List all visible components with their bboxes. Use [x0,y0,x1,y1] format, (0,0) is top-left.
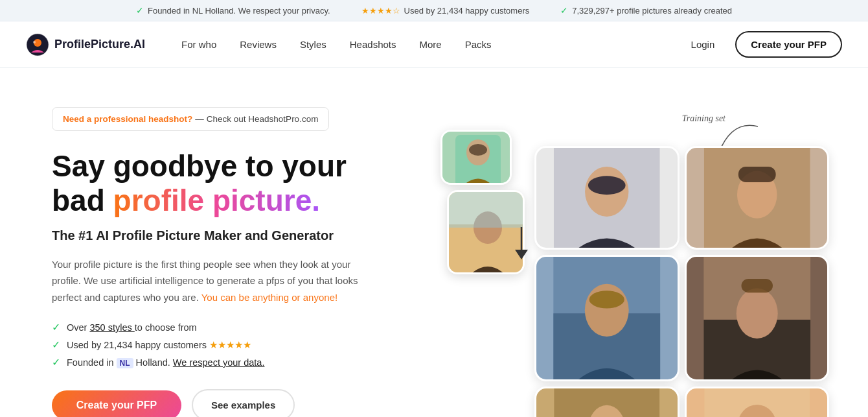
banner-text-1: Founded in NL Holland. We respect your p… [148,6,330,16]
nav-links: For who Reviews Styles Headshots More Pa… [171,34,681,55]
privacy-link[interactable]: We respect your data. [173,357,265,368]
svg-point-7 [469,144,487,156]
headshot-promo-banner: Need a professional headshot? — Check ou… [52,107,329,131]
logo[interactable]: ProfilePicture.AI [26,33,145,56]
feature-customers-text: Used by 21,434 happy customers ★★★★★ [67,340,251,350]
output-photo-5 [534,387,680,417]
cta-primary-button[interactable]: Create your PFP [52,390,181,417]
main-headline: Say goodbye to your bad profile picture. [52,149,402,218]
cta-secondary-button[interactable]: See examples [192,389,295,417]
nav-for-who[interactable]: For who [171,34,227,55]
check-icon-3: ✓ [560,5,568,16]
output-photo-2 [685,146,830,250]
logo-icon [26,33,49,56]
nav-styles[interactable]: Styles [290,34,337,55]
banner-highlight: Need a professional headshot? [63,114,192,124]
banner-item-3: ✓ 7,329,297+ profile pictures already cr… [560,5,732,16]
top-banner: ✓ Founded in NL Holland. We respect your… [0,0,868,21]
check-icon-privacy: ✓ [52,356,60,368]
description-accent: You can be anything or anyone! [201,292,337,303]
feature-privacy: ✓ Founded in NL Holland. We respect your… [52,356,402,368]
training-photo-1 [440,130,512,185]
arrow-down [505,224,538,263]
feature-styles: ✓ Over 350 styles to choose from [52,321,402,333]
output-photo-3 [534,255,680,381]
cta-area: Create your PFP See examples [52,389,402,417]
banner-text-3: 7,329,297+ profile pictures already crea… [572,6,732,16]
banner-dash: — [195,114,204,124]
svg-rect-18 [738,167,775,182]
create-pfp-button[interactable]: Create your PFP [735,31,842,58]
check-icon-styles: ✓ [52,321,60,333]
banner-text-2: Used by 21,434 happy customers [404,6,530,16]
svg-rect-11 [449,192,525,228]
subheadline: The #1 AI Profile Picture Maker and Gene… [52,228,402,243]
output-photos-grid [534,146,829,417]
check-icon-1: ✓ [136,5,144,16]
nav-headshots[interactable]: Headshots [339,34,407,55]
hero-description: Your profile picture is the first thing … [52,256,376,306]
svg-point-22 [589,291,624,308]
navbar: ProfilePicture.AI For who Reviews Styles… [0,21,868,68]
headshot-pro-link[interactable]: Check out HeadshotPro.com [207,114,319,124]
nav-reviews[interactable]: Reviews [229,34,287,55]
headline-line2: bad [52,184,113,217]
nav-actions: Login Create your PFP [681,31,842,58]
svg-point-2 [33,41,36,43]
svg-rect-26 [741,279,772,292]
nl-flag: NL [117,358,133,368]
main-content: Need a professional headshot? — Check ou… [0,68,868,417]
nav-more[interactable]: More [409,34,452,55]
rating-stars: ★★★★★ [209,340,251,350]
svg-marker-12 [515,250,528,259]
output-photo-4 [685,255,830,381]
stars-icon: ★★★★☆ [361,6,400,16]
feature-customers: ✓ Used by 21,434 happy customers ★★★★★ [52,339,402,351]
image-collage: Training set [440,94,829,417]
output-photo-1 [534,146,680,250]
headline-line1: Say goodbye to your [52,149,347,183]
feature-privacy-text: Founded in NL Holland. We respect your d… [67,357,264,368]
banner-item-2: ★★★★☆ Used by 21,434 happy customers [361,6,530,16]
login-button[interactable]: Login [681,34,725,55]
logo-text: ProfilePicture.AI [54,38,145,51]
output-photo-6 [685,387,830,417]
svg-point-25 [736,288,777,339]
headline-gradient: profile picture. [113,184,320,217]
banner-item-1: ✓ Founded in NL Holland. We respect your… [136,5,330,16]
styles-link[interactable]: 350 styles [89,322,134,333]
nav-packs[interactable]: Packs [455,34,502,55]
feature-styles-text: Over 350 styles to choose from [67,322,197,333]
check-icon-customers: ✓ [52,339,60,351]
hero-left: Need a professional headshot? — Check ou… [52,94,402,417]
svg-point-15 [588,176,626,195]
hero-right: Training set [440,94,829,417]
features-list: ✓ Over 350 styles to choose from ✓ Used … [52,321,402,368]
